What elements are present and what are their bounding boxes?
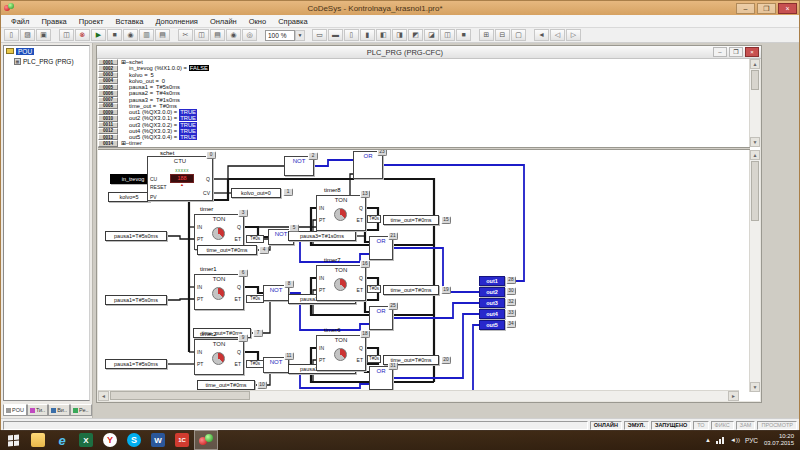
- value-pausa1[interactable]: T#5s0ms: [155, 84, 181, 90]
- taskbar-1c[interactable]: 1С: [170, 430, 194, 450]
- value-out3[interactable]: TRUE: [179, 122, 197, 128]
- zoom-input[interactable]: 100 %: [265, 30, 295, 41]
- menu-project[interactable]: Проект: [73, 17, 110, 26]
- ctu-block-schet[interactable]: CTU CU RESET PV Q CV xxxxx 188 ▲: [147, 156, 213, 201]
- declaration-scrollbar[interactable]: ▲ ▼: [749, 59, 760, 147]
- login-button[interactable]: ◫: [59, 29, 74, 41]
- input-box-pausa1[interactable]: pausa1=T#5s0ms: [105, 231, 167, 241]
- paste-button[interactable]: ▤: [210, 29, 225, 41]
- start-button[interactable]: [0, 430, 26, 450]
- go-next-button[interactable]: ▷: [566, 29, 581, 41]
- taskbar-explorer[interactable]: [26, 430, 50, 450]
- copy-button[interactable]: ◫: [194, 29, 209, 41]
- run-button[interactable]: ▶: [91, 29, 106, 41]
- taskbar-yandex[interactable]: Y: [98, 430, 122, 450]
- size-2-button[interactable]: ▬: [328, 29, 343, 41]
- declaration-row[interactable]: 0014⊞–timer: [98, 140, 750, 146]
- maximize-button[interactable]: ❐: [757, 3, 776, 14]
- menu-insert[interactable]: Вставка: [110, 17, 150, 26]
- zoom-in-button[interactable]: ⊞: [479, 29, 494, 41]
- cfc-horizontal-scrollbar[interactable]: ◄ ►: [98, 390, 739, 401]
- volume-icon[interactable]: ◄)): [730, 437, 740, 443]
- tree-item-pou[interactable]: POU: [4, 46, 89, 56]
- output-box-time-out[interactable]: time_out=T#0ms: [197, 245, 257, 255]
- value-pausa3[interactable]: T#1s0ms: [155, 97, 181, 103]
- language-indicator[interactable]: РУС: [745, 437, 758, 444]
- tab-data-types[interactable]: Ти..: [27, 404, 48, 416]
- taskbar-excel[interactable]: X: [74, 430, 98, 450]
- go-first-button[interactable]: ◄: [534, 29, 549, 41]
- menu-online[interactable]: Онлайн: [204, 17, 243, 26]
- taskbar-clock[interactable]: 10:20 03.07.2015: [764, 433, 794, 447]
- value-time-out[interactable]: T#0ms: [158, 103, 178, 109]
- taskbar-ie[interactable]: e: [50, 430, 74, 450]
- value-out1[interactable]: TRUE: [179, 109, 197, 115]
- zoom-out-button[interactable]: ⊟: [495, 29, 510, 41]
- value-out5[interactable]: TRUE: [179, 134, 197, 140]
- value-kolvo-out[interactable]: 0: [161, 78, 166, 84]
- scroll-right-icon[interactable]: ►: [728, 391, 739, 401]
- cfc-canvas[interactable]: in_trevog kolvo=5 CTU CU RESET PV Q CV x…: [98, 150, 750, 392]
- close-button[interactable]: ×: [778, 3, 797, 14]
- breakpoint-button[interactable]: ◉: [123, 29, 138, 41]
- zoom-dropdown-icon[interactable]: ▼: [295, 30, 305, 41]
- scroll-left-icon[interactable]: ◄: [98, 391, 109, 401]
- open-file-button[interactable]: ▨: [20, 29, 35, 41]
- order-front-button[interactable]: ◫: [440, 29, 455, 41]
- input-box-kolvo[interactable]: kolvo=5: [108, 192, 150, 202]
- output-box-kolvo-out[interactable]: kolvo_out=0: [231, 188, 281, 198]
- logout-button[interactable]: ⊗: [75, 29, 90, 41]
- taskbar-codesys[interactable]: [194, 430, 218, 450]
- output-box-out5[interactable]: out5: [479, 320, 505, 330]
- output-box-time-out[interactable]: time_out=T#0ms: [383, 215, 439, 225]
- output-box-out4[interactable]: out4: [479, 309, 505, 319]
- taskbar-word[interactable]: W: [146, 430, 170, 450]
- output-box-out2[interactable]: out2: [479, 287, 505, 297]
- stop-button[interactable]: ■: [107, 29, 122, 41]
- size-1-button[interactable]: ▭: [312, 29, 327, 41]
- window-titlebar[interactable]: CoDeSys - Kontrolnaya_krasnol1.pro* – ❐ …: [1, 1, 799, 15]
- cut-button[interactable]: ✂: [178, 29, 193, 41]
- find-next-button[interactable]: ◎: [242, 29, 257, 41]
- ton-block-timer7[interactable]: TON IN PT Q ET: [316, 265, 366, 301]
- output-box-out1[interactable]: out1: [479, 276, 505, 286]
- ton-block-timer1[interactable]: TON IN PT Q ET: [194, 274, 244, 310]
- value-pausa2[interactable]: T#4s0ms: [155, 90, 181, 96]
- step-in-button[interactable]: ▤: [155, 29, 170, 41]
- output-box-time-out[interactable]: time_out=T#0ms: [197, 380, 255, 390]
- menu-help[interactable]: Справка: [272, 17, 313, 26]
- align-top-button[interactable]: ◩: [408, 29, 423, 41]
- tree-item-plc-prg[interactable]: ▦ PLC_PRG (PRG): [4, 56, 89, 66]
- find-button[interactable]: ◉: [226, 29, 241, 41]
- value-out2[interactable]: TRUE: [179, 115, 197, 121]
- editor-close-button[interactable]: ×: [745, 47, 759, 57]
- tab-visualizations[interactable]: Ви..: [48, 404, 70, 416]
- size-3-button[interactable]: ▯: [344, 29, 359, 41]
- input-box-pausa3[interactable]: pausa3=T#1s0ms: [288, 231, 356, 241]
- save-file-button[interactable]: ▣: [36, 29, 51, 41]
- tray-chevron-icon[interactable]: ▲: [705, 437, 711, 443]
- value-in-trevog[interactable]: FALSE: [189, 65, 209, 71]
- menu-edit[interactable]: Правка: [35, 17, 72, 26]
- editor-minimize-button[interactable]: –: [713, 47, 727, 57]
- align-left-button[interactable]: ◧: [376, 29, 391, 41]
- value-out4[interactable]: TRUE: [179, 128, 197, 134]
- step-over-button[interactable]: ▥: [139, 29, 154, 41]
- taskbar-skype[interactable]: S: [122, 430, 146, 450]
- zoom-fit-button[interactable]: ▢: [511, 29, 526, 41]
- menu-extras[interactable]: Дополнения: [149, 17, 203, 26]
- go-prev-button[interactable]: ◁: [550, 29, 565, 41]
- new-file-button[interactable]: ▯: [4, 29, 19, 41]
- input-box-pausa1[interactable]: pausa1=T#5s0ms: [105, 359, 167, 369]
- network-icon[interactable]: [716, 437, 725, 444]
- size-4-button[interactable]: ▮: [360, 29, 375, 41]
- menu-file[interactable]: Файл: [5, 17, 35, 26]
- scroll-down-icon[interactable]: ▼: [750, 137, 760, 147]
- tab-resources[interactable]: Ре..: [70, 404, 92, 416]
- scroll-down-icon[interactable]: ▼: [750, 382, 760, 392]
- output-box-out3[interactable]: out3: [479, 298, 505, 308]
- output-box-time-out[interactable]: time_out=T#0ms: [383, 285, 439, 295]
- input-box-pausa1[interactable]: pausa1=T#5s0ms: [105, 295, 167, 305]
- ton-block-timer8[interactable]: TON IN PT Q ET: [316, 195, 366, 231]
- value-kolvo[interactable]: 5: [150, 72, 155, 78]
